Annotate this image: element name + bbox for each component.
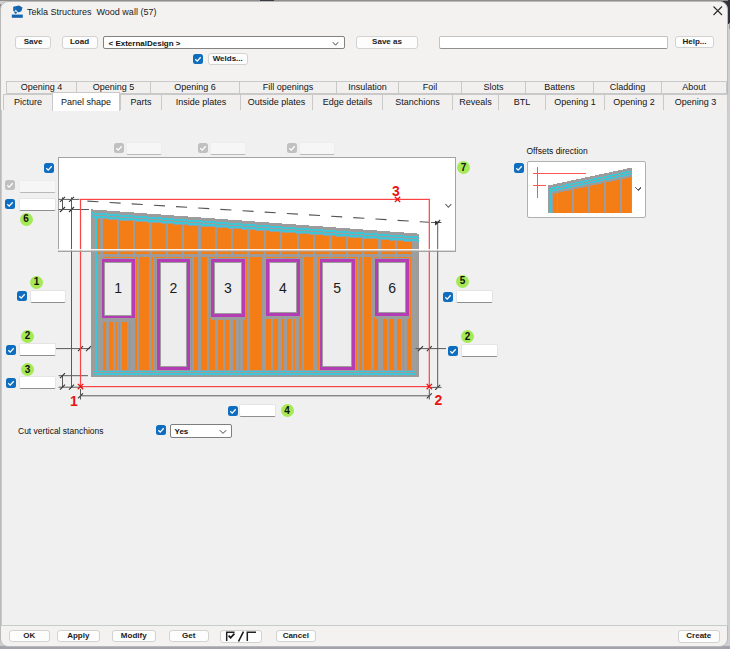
svg-text:2: 2	[435, 392, 443, 408]
svg-text:1: 1	[70, 393, 78, 409]
